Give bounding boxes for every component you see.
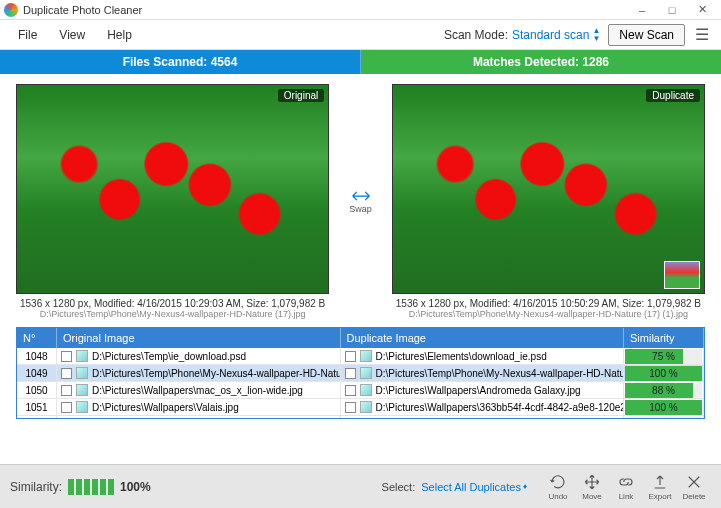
original-image[interactable]: Original: [16, 84, 329, 294]
swap-label: Swap: [349, 204, 372, 214]
files-scanned-label: Files Scanned:: [123, 55, 208, 69]
cell-no: 1052: [17, 416, 57, 418]
header-similarity[interactable]: Similarity: [624, 328, 704, 348]
cell-similarity: [624, 416, 704, 418]
menu-file[interactable]: File: [8, 24, 47, 46]
titlebar: Duplicate Photo Cleaner – □ ✕: [0, 0, 721, 20]
similarity-label: Similarity:: [10, 480, 62, 494]
checkbox[interactable]: [61, 402, 72, 413]
export-button[interactable]: Export: [643, 473, 677, 501]
original-path: D:\Pictures\Temp\Phone\My-Nexus4-wallpap…: [16, 309, 329, 319]
matches-detected-panel: Matches Detected: 1286: [361, 50, 721, 74]
updown-icon: ▲▼: [592, 27, 600, 43]
cell-duplicate: D:\Pictures\Wallpapers\4571717_0631_45b0…: [341, 416, 625, 418]
app-logo-icon: [4, 3, 18, 17]
original-meta-text: 1536 x 1280 px, Modified: 4/16/2015 10:2…: [16, 298, 329, 309]
cell-no: 1049: [17, 365, 57, 381]
cell-original: D:\Pictures\Temp\ie_download.psd: [57, 348, 341, 364]
cell-duplicate: D:\Pictures\Elements\download_ie.psd: [341, 348, 625, 364]
preview-panel: Original 1536 x 1280 px, Modified: 4/16/…: [0, 74, 721, 321]
duplicate-meta: 1536 x 1280 px, Modified: 4/16/2015 10:5…: [392, 294, 705, 319]
updown-icon: ♦: [523, 482, 527, 491]
table-row[interactable]: 1050D:\Pictures\Wallpapers\mac_os_x_lion…: [17, 382, 704, 399]
undo-icon: [549, 473, 567, 491]
matches-detected-value: 1286: [582, 55, 609, 69]
undo-button[interactable]: Undo: [541, 473, 575, 501]
original-meta: 1536 x 1280 px, Modified: 4/16/2015 10:2…: [16, 294, 329, 319]
cell-original: D:\Pictures\Wallpapers\Yumiko.jpg: [57, 416, 341, 418]
scan-mode-selector[interactable]: Standard scan ▲▼: [512, 27, 600, 43]
matches-detected-label: Matches Detected:: [473, 55, 579, 69]
swap-button[interactable]: Swap: [349, 189, 372, 214]
checkbox[interactable]: [61, 385, 72, 396]
cell-similarity: 75 %: [624, 348, 704, 364]
select-dropdown[interactable]: Select All Duplicates ♦: [421, 481, 527, 493]
link-icon: [617, 473, 635, 491]
header-no[interactable]: N°: [17, 328, 57, 348]
table-row[interactable]: 1048D:\Pictures\Temp\ie_download.psdD:\P…: [17, 348, 704, 365]
duplicate-image[interactable]: Duplicate: [392, 84, 705, 294]
minimize-button[interactable]: –: [627, 0, 657, 20]
table-row[interactable]: 1049D:\Pictures\Temp\Phone\My-Nexus4-wal…: [17, 365, 704, 382]
footer-bar: Similarity: 100% Select: Select All Dupl…: [0, 464, 721, 508]
scan-mode-label: Scan Mode:: [444, 28, 508, 42]
select-label: Select:: [382, 481, 416, 493]
cell-original: D:\Pictures\Wallpapers\Valais.jpg: [57, 399, 341, 415]
app-title: Duplicate Photo Cleaner: [23, 4, 627, 16]
header-duplicate[interactable]: Duplicate Image: [341, 328, 625, 348]
scan-mode-value: Standard scan: [512, 28, 589, 42]
cell-duplicate: D:\Pictures\Wallpapers\Andromeda Galaxy.…: [341, 382, 625, 398]
cell-no: 1050: [17, 382, 57, 398]
checkbox[interactable]: [61, 368, 72, 379]
table-header: N° Original Image Duplicate Image Simila…: [17, 328, 704, 348]
files-scanned-panel: Files Scanned: 4564: [0, 50, 361, 74]
menubar: File View Help Scan Mode: Standard scan …: [0, 20, 721, 50]
thumb-icon: [360, 401, 372, 413]
cell-duplicate: D:\Pictures\Wallpapers\363bb54f-4cdf-484…: [341, 399, 625, 415]
checkbox[interactable]: [345, 351, 356, 362]
thumb-icon: [360, 367, 372, 379]
cell-similarity: 100 %: [624, 399, 704, 415]
cell-no: 1051: [17, 399, 57, 415]
checkbox[interactable]: [345, 402, 356, 413]
duplicate-column: Duplicate 1536 x 1280 px, Modified: 4/16…: [392, 84, 705, 319]
cell-original: D:\Pictures\Wallpapers\mac_os_x_lion-wid…: [57, 382, 341, 398]
cell-similarity: 100 %: [624, 365, 704, 381]
similarity-percent: 100%: [120, 480, 151, 494]
original-column: Original 1536 x 1280 px, Modified: 4/16/…: [16, 84, 329, 319]
duplicate-tag: Duplicate: [646, 89, 700, 102]
thumb-icon: [360, 384, 372, 396]
original-tag: Original: [278, 89, 324, 102]
menu-help[interactable]: Help: [97, 24, 142, 46]
delete-button[interactable]: Delete: [677, 473, 711, 501]
header-original[interactable]: Original Image: [57, 328, 341, 348]
maximize-button[interactable]: □: [657, 0, 687, 20]
select-value: Select All Duplicates: [421, 481, 521, 493]
thumb-icon: [76, 384, 88, 396]
duplicate-path: D:\Pictures\Temp\Phone\My-Nexus4-wallpap…: [392, 309, 705, 319]
files-scanned-value: 4564: [211, 55, 238, 69]
menu-view[interactable]: View: [49, 24, 95, 46]
cell-no: 1048: [17, 348, 57, 364]
link-button[interactable]: Link: [609, 473, 643, 501]
table-body: 1048D:\Pictures\Temp\ie_download.psdD:\P…: [17, 348, 704, 418]
new-scan-button[interactable]: New Scan: [608, 24, 685, 46]
duplicate-meta-text: 1536 x 1280 px, Modified: 4/16/2015 10:5…: [392, 298, 705, 309]
status-row: Files Scanned: 4564 Matches Detected: 12…: [0, 50, 721, 74]
cell-original: D:\Pictures\Temp\Phone\My-Nexus4-wallpap…: [57, 365, 341, 381]
table-row[interactable]: 1051D:\Pictures\Wallpapers\Valais.jpgD:\…: [17, 399, 704, 416]
move-icon: [583, 473, 601, 491]
hamburger-menu-icon[interactable]: ☰: [691, 25, 713, 44]
thumb-icon: [360, 350, 372, 362]
checkbox[interactable]: [61, 351, 72, 362]
move-button[interactable]: Move: [575, 473, 609, 501]
thumbnail-inset[interactable]: [664, 261, 700, 289]
close-button[interactable]: ✕: [687, 0, 717, 20]
cell-duplicate: D:\Pictures\Temp\Phone\My-Nexus4-wallpap…: [341, 365, 625, 381]
export-icon: [651, 473, 669, 491]
delete-icon: [685, 473, 703, 491]
checkbox[interactable]: [345, 385, 356, 396]
similarity-bars-icon: [68, 479, 114, 495]
checkbox[interactable]: [345, 368, 356, 379]
table-row[interactable]: 1052D:\Pictures\Wallpapers\Yumiko.jpgD:\…: [17, 416, 704, 418]
